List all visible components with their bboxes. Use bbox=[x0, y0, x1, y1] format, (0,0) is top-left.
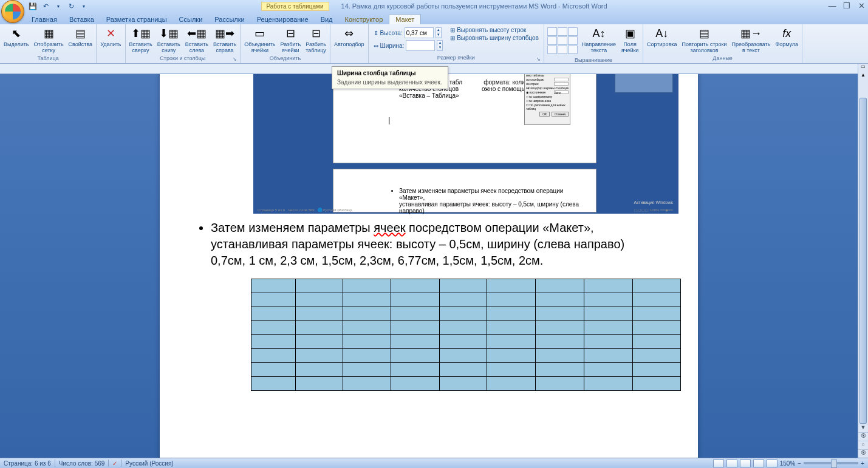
table-cell[interactable] bbox=[391, 279, 440, 293]
table-cell[interactable] bbox=[584, 363, 633, 377]
table-cell[interactable] bbox=[251, 321, 296, 335]
table-cell[interactable] bbox=[633, 377, 681, 391]
table-cell[interactable] bbox=[536, 335, 584, 349]
table-cell[interactable] bbox=[343, 293, 391, 307]
full-screen-view-icon[interactable] bbox=[726, 460, 737, 467]
save-icon[interactable]: 💾 bbox=[27, 1, 39, 12]
width-input[interactable] bbox=[406, 40, 435, 51]
table-cell[interactable] bbox=[296, 377, 343, 391]
table-cell[interactable] bbox=[391, 349, 440, 363]
status-page[interactable]: Страница: 6 из 6 bbox=[4, 460, 51, 467]
convert-text-button[interactable]: ▦→Преобразовать в текст bbox=[730, 25, 773, 54]
qat-dropdown[interactable]: ▼ bbox=[52, 1, 64, 12]
tab-review[interactable]: Рецензирование bbox=[251, 15, 315, 24]
table-cell[interactable] bbox=[440, 307, 487, 321]
next-page-icon[interactable]: ⦿ bbox=[858, 449, 868, 458]
table-cell[interactable] bbox=[536, 279, 584, 293]
delete-button[interactable]: ✕Удалить bbox=[98, 25, 123, 48]
outline-view-icon[interactable] bbox=[753, 460, 764, 467]
bullet-item[interactable]: Затем изменяем параметры ячеек посредств… bbox=[211, 220, 661, 269]
table-cell[interactable] bbox=[487, 307, 536, 321]
width-spinner[interactable]: ▲▼ bbox=[437, 40, 443, 51]
tab-design[interactable]: Конструктор bbox=[339, 15, 389, 24]
table-cell[interactable] bbox=[251, 279, 296, 293]
zoom-out-icon[interactable]: − bbox=[798, 460, 801, 467]
table-cell[interactable] bbox=[391, 307, 440, 321]
redo-icon[interactable]: ↻ bbox=[65, 1, 77, 12]
table-cell[interactable] bbox=[536, 377, 584, 391]
office-button[interactable] bbox=[1, 0, 24, 23]
status-language[interactable]: Русский (Россия) bbox=[125, 460, 173, 467]
table-cell[interactable] bbox=[487, 363, 536, 377]
table-cell[interactable] bbox=[487, 321, 536, 335]
table-cell[interactable] bbox=[584, 321, 633, 335]
close-icon[interactable]: ✕ bbox=[857, 1, 866, 10]
table-cell[interactable] bbox=[343, 321, 391, 335]
table-cell[interactable] bbox=[251, 293, 296, 307]
autofit-button[interactable]: ⇔Автоподбор bbox=[332, 25, 367, 48]
ruler-toggle-icon[interactable]: ▭ bbox=[858, 64, 868, 72]
table-cell[interactable] bbox=[296, 363, 343, 377]
table-cell[interactable] bbox=[343, 307, 391, 321]
tab-page-layout[interactable]: Разметка страницы bbox=[100, 15, 173, 24]
scroll-thumb[interactable] bbox=[859, 98, 867, 424]
repeat-header-button[interactable]: ▤Повторить строки заголовков bbox=[680, 25, 730, 54]
table-cell[interactable] bbox=[296, 321, 343, 335]
table-cell[interactable] bbox=[536, 293, 584, 307]
table-cell[interactable] bbox=[584, 377, 633, 391]
zoom-in-icon[interactable]: + bbox=[861, 460, 864, 467]
proofing-icon[interactable]: ✓ bbox=[112, 460, 117, 467]
table-cell[interactable] bbox=[536, 349, 584, 363]
table-cell[interactable] bbox=[440, 335, 487, 349]
table-cell[interactable] bbox=[440, 279, 487, 293]
draft-view-icon[interactable] bbox=[767, 460, 777, 467]
table-cell[interactable] bbox=[487, 377, 536, 391]
page[interactable]: Затем вставляем таблиц требформата: коли… bbox=[160, 74, 698, 458]
table-cell[interactable] bbox=[440, 321, 487, 335]
table-cell[interactable] bbox=[440, 363, 487, 377]
vertical-scrollbar[interactable]: ▭ ▲ ▼ ⦿ ○ ⦿ bbox=[858, 64, 868, 458]
table-cell[interactable] bbox=[391, 363, 440, 377]
select-button[interactable]: ⬉Выделить bbox=[1, 25, 32, 48]
table-cell[interactable] bbox=[584, 349, 633, 363]
tab-mailings[interactable]: Рассылки bbox=[208, 15, 250, 24]
insert-left-button[interactable]: ⬅▦Вставить слева bbox=[183, 25, 211, 54]
height-input[interactable] bbox=[405, 27, 434, 38]
insert-above-button[interactable]: ⬆▦Вставить сверху bbox=[127, 25, 155, 54]
table-cell[interactable] bbox=[440, 349, 487, 363]
table-cell[interactable] bbox=[251, 363, 296, 377]
table-cell[interactable] bbox=[536, 363, 584, 377]
text-direction-button[interactable]: A↕Направление текста bbox=[579, 25, 618, 54]
table-cell[interactable] bbox=[584, 307, 633, 321]
table-cell[interactable] bbox=[584, 293, 633, 307]
data-table[interactable] bbox=[251, 279, 681, 391]
table-cell[interactable] bbox=[440, 377, 487, 391]
tab-layout[interactable]: Макет bbox=[389, 14, 421, 24]
insert-right-button[interactable]: ▦➡Вставить справа bbox=[211, 25, 239, 54]
table-cell[interactable] bbox=[343, 349, 391, 363]
tab-home[interactable]: Главная bbox=[26, 15, 63, 24]
show-grid-button[interactable]: ▦Отобразить сетку bbox=[32, 25, 66, 54]
table-cell[interactable] bbox=[391, 321, 440, 335]
scroll-up-icon[interactable]: ▲ bbox=[858, 72, 868, 81]
cell-margins-button[interactable]: ▣Поля ячейки bbox=[618, 25, 641, 54]
scroll-down-icon[interactable]: ▼ bbox=[858, 424, 868, 432]
zoom-slider[interactable] bbox=[804, 462, 858, 464]
table-cell[interactable] bbox=[584, 335, 633, 349]
status-words[interactable]: Число слов: 569 bbox=[59, 460, 105, 467]
formula-button[interactable]: fxФормула bbox=[773, 25, 801, 48]
distribute-rows-button[interactable]: ⊞ Выровнять высоту строк bbox=[450, 27, 539, 33]
dialog-launcher-icon[interactable]: ↘ bbox=[536, 56, 542, 63]
table-cell[interactable] bbox=[391, 293, 440, 307]
table-cell[interactable] bbox=[251, 349, 296, 363]
document-body[interactable]: Затем изменяем параметры ячеек посредств… bbox=[160, 214, 698, 275]
table-cell[interactable] bbox=[633, 279, 681, 293]
table-cell[interactable] bbox=[584, 279, 633, 293]
table-cell[interactable] bbox=[251, 377, 296, 391]
merge-cells-button[interactable]: ▭Объединить ячейки bbox=[242, 25, 278, 54]
web-view-icon[interactable] bbox=[740, 460, 751, 467]
table-cell[interactable] bbox=[487, 293, 536, 307]
zoom-level[interactable]: 150% bbox=[780, 460, 796, 467]
table-cell[interactable] bbox=[633, 307, 681, 321]
table-cell[interactable] bbox=[251, 307, 296, 321]
